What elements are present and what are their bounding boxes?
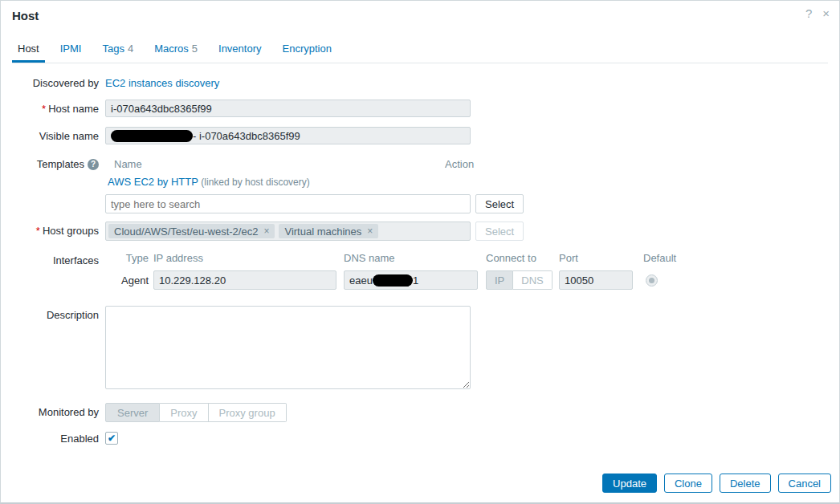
monitored-by-label: Monitored by bbox=[12, 403, 99, 422]
tab-bar: Host IPMI Tags4 Macros5 Inventory Encryp… bbox=[12, 36, 828, 63]
interface-ip-input[interactable] bbox=[153, 270, 336, 290]
required-marker: * bbox=[36, 225, 40, 237]
tab-macros[interactable]: Macros5 bbox=[149, 36, 203, 63]
column-port: Port bbox=[559, 252, 643, 264]
templates-name-column: Name bbox=[105, 158, 445, 170]
monitored-by-proxy-group-button[interactable]: Proxy group bbox=[209, 403, 287, 422]
connect-to-dns-button[interactable]: DNS bbox=[513, 270, 552, 290]
tab-encryption[interactable]: Encryption bbox=[277, 36, 337, 63]
delete-button[interactable]: Delete bbox=[720, 474, 771, 493]
interface-port-input[interactable] bbox=[559, 270, 633, 290]
linked-template-note: (linked by host discovery) bbox=[201, 177, 309, 188]
discovered-by-label: Discovered by bbox=[12, 77, 99, 89]
host-form: Discovered by EC2 instances discovery *H… bbox=[1, 63, 839, 454]
close-icon[interactable]: × bbox=[822, 6, 830, 20]
host-group-chip-label: Cloud/AWS/Test/eu-west-2/ec2 bbox=[114, 226, 258, 238]
cancel-button[interactable]: Cancel bbox=[778, 474, 831, 493]
host-name-label: Host name bbox=[48, 103, 99, 115]
host-config-dialog: Host ? × Host IPMI Tags4 Macros5 Invento… bbox=[0, 0, 840, 504]
tab-inventory[interactable]: Inventory bbox=[213, 36, 267, 63]
host-group-chip-label: Virtual machines bbox=[284, 226, 361, 238]
clone-button[interactable]: Clone bbox=[664, 474, 712, 493]
help-icon[interactable]: ? bbox=[805, 6, 812, 20]
required-marker: * bbox=[42, 103, 46, 115]
visible-name-input[interactable]: - i-070a643dbc8365f99 bbox=[105, 127, 471, 144]
tab-inventory-label: Inventory bbox=[218, 43, 261, 55]
dns-suffix: 1 bbox=[413, 274, 418, 287]
tab-ipmi[interactable]: IPMI bbox=[55, 36, 88, 63]
interfaces-table-header: Type IP address DNS name Connect to Port… bbox=[105, 252, 828, 264]
monitored-by-proxy-button[interactable]: Proxy bbox=[160, 403, 208, 422]
discovery-rule-link[interactable]: EC2 instances discovery bbox=[105, 77, 219, 89]
host-name-input[interactable] bbox=[105, 100, 471, 117]
tab-host-label: Host bbox=[18, 43, 39, 55]
column-ip-address: IP address bbox=[153, 252, 344, 264]
templates-label: Templates bbox=[37, 158, 84, 170]
dialog-footer: Update Clone Delete Cancel bbox=[602, 474, 831, 493]
column-default: Default bbox=[643, 252, 680, 264]
tab-ipmi-label: IPMI bbox=[60, 43, 82, 55]
host-groups-label: Host groups bbox=[43, 225, 99, 237]
connect-to-toggle: IP DNS bbox=[486, 270, 559, 290]
update-button[interactable]: Update bbox=[602, 474, 657, 493]
interface-dns-input[interactable]: eaeu 1 bbox=[344, 270, 478, 290]
host-groups-select-button: Select bbox=[475, 222, 524, 241]
interface-row: Agent eaeu 1 IP DNS bbox=[105, 270, 828, 290]
host-groups-multiselect[interactable]: Cloud/AWS/Test/eu-west-2/ec2 × Virtual m… bbox=[105, 222, 471, 241]
tab-host[interactable]: Host bbox=[12, 36, 45, 63]
connect-to-ip-button[interactable]: IP bbox=[486, 270, 513, 290]
visible-name-label: Visible name bbox=[12, 127, 99, 144]
column-dns-name: DNS name bbox=[344, 252, 486, 264]
dialog-controls: ? × bbox=[805, 6, 830, 20]
linked-template-link[interactable]: AWS EC2 by HTTP bbox=[108, 176, 198, 188]
column-connect-to: Connect to bbox=[486, 252, 559, 264]
host-group-chip: Cloud/AWS/Test/eu-west-2/ec2 × bbox=[108, 224, 275, 238]
redaction-mask bbox=[111, 130, 193, 142]
templates-table-header: Name Action bbox=[105, 156, 828, 170]
monitored-by-server-button[interactable]: Server bbox=[105, 403, 160, 422]
templates-help-icon[interactable]: ? bbox=[88, 159, 99, 170]
interfaces-label: Interfaces bbox=[12, 252, 99, 290]
tab-macros-label: Macros bbox=[154, 43, 189, 55]
visible-name-suffix: - i-070a643dbc8365f99 bbox=[193, 130, 300, 142]
interface-type: Agent bbox=[105, 274, 153, 287]
chip-remove-icon[interactable]: × bbox=[263, 226, 269, 237]
monitored-by-toggle: Server Proxy Proxy group bbox=[105, 403, 828, 422]
column-type: Type bbox=[105, 252, 153, 264]
dns-prefix: eaeu bbox=[349, 274, 373, 287]
tab-encryption-label: Encryption bbox=[283, 43, 332, 55]
host-group-chip: Virtual machines × bbox=[279, 224, 378, 238]
enabled-label: Enabled bbox=[12, 432, 99, 445]
tab-tags-count: 4 bbox=[128, 43, 133, 55]
description-label: Description bbox=[12, 306, 99, 392]
enabled-checkbox[interactable]: ✔ bbox=[105, 432, 118, 445]
redaction-mask bbox=[373, 274, 413, 287]
template-select-button[interactable]: Select bbox=[475, 194, 524, 213]
tab-macros-count: 5 bbox=[192, 43, 198, 55]
dialog-title: Host bbox=[12, 9, 39, 22]
templates-action-column: Action bbox=[445, 158, 474, 170]
default-interface-radio[interactable] bbox=[646, 274, 658, 287]
template-search-input[interactable] bbox=[105, 194, 471, 213]
tab-tags-label: Tags bbox=[102, 43, 124, 55]
chip-remove-icon[interactable]: × bbox=[367, 226, 373, 237]
tab-tags[interactable]: Tags4 bbox=[96, 36, 139, 63]
description-textarea[interactable] bbox=[105, 306, 471, 389]
